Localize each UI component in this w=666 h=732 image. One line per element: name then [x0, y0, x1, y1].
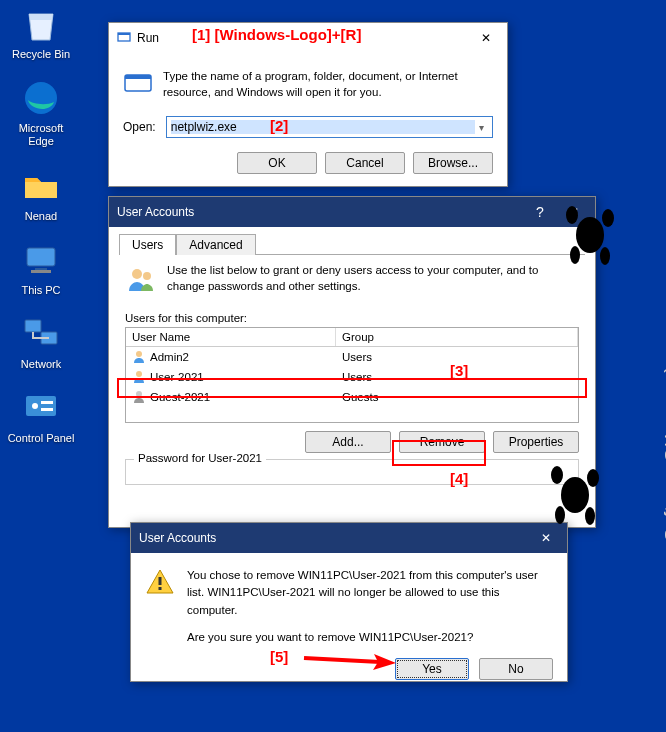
cell-group: Guests	[336, 389, 578, 405]
properties-button[interactable]: Properties	[493, 431, 579, 453]
svg-rect-4	[25, 320, 41, 332]
confirm-message: You chose to remove WIN11PC\User-2021 fr…	[187, 567, 553, 646]
cell-username: Guest-2021	[150, 391, 210, 403]
user-icon	[132, 389, 146, 405]
yes-button[interactable]: Yes	[395, 658, 469, 680]
help-icon[interactable]: ?	[523, 198, 557, 226]
svg-rect-19	[159, 577, 162, 585]
user-icon	[132, 349, 146, 365]
splat-icon	[545, 460, 605, 533]
list-row[interactable]: Guest-2021 Guests	[126, 387, 578, 407]
svg-point-0	[25, 82, 57, 114]
svg-rect-9	[41, 408, 53, 411]
run-titlebar: Run ✕	[109, 23, 507, 53]
folder-icon	[21, 166, 61, 206]
cell-group: Users	[336, 349, 578, 365]
desktop-icon-this-pc[interactable]: This PC	[6, 240, 76, 297]
desktop-icon-folder[interactable]: Nenad	[6, 166, 76, 223]
run-app-icon	[117, 30, 131, 47]
list-row[interactable]: Admin2 Users	[126, 347, 578, 367]
svg-point-7	[32, 403, 38, 409]
svg-rect-3	[31, 270, 51, 273]
svg-rect-13	[125, 75, 151, 79]
run-description: Type the name of a program, folder, docu…	[163, 69, 493, 102]
desktop-icon-label: Control Panel	[6, 432, 76, 445]
svg-point-14	[132, 269, 142, 279]
recycle-bin-icon	[21, 4, 61, 44]
svg-point-28	[551, 466, 563, 484]
svg-point-24	[602, 209, 614, 227]
control-panel-icon	[21, 388, 61, 428]
open-combobox[interactable]: ▾	[166, 116, 493, 138]
confirm-msg-1: You chose to remove WIN11PC\User-2021 fr…	[187, 567, 553, 619]
ok-button[interactable]: OK	[237, 152, 317, 174]
this-pc-icon	[21, 240, 61, 280]
svg-rect-1	[27, 248, 55, 266]
svg-point-31	[585, 507, 595, 525]
network-icon	[21, 314, 61, 354]
svg-point-27	[561, 477, 589, 513]
desktop-icon-label: Nenad	[6, 210, 76, 223]
desktop-icon-label: This PC	[6, 284, 76, 297]
cancel-button[interactable]: Cancel	[325, 152, 405, 174]
user-icon	[132, 369, 146, 385]
confirm-msg-2: Are you sure you want to remove WIN11PC\…	[187, 629, 553, 646]
tab-users[interactable]: Users	[119, 234, 176, 255]
remove-button[interactable]: Remove	[399, 431, 485, 453]
svg-point-23	[566, 206, 578, 224]
desktop-icon-label: Network	[6, 358, 76, 371]
edge-icon	[21, 78, 61, 118]
svg-point-18	[136, 391, 142, 397]
svg-rect-11	[118, 33, 130, 35]
confirm-title: User Accounts	[139, 531, 216, 545]
ua-tabs: Users Advanced	[119, 233, 585, 255]
desktop-icon-label: Microsoft Edge	[6, 122, 76, 147]
no-button[interactable]: No	[479, 658, 553, 680]
desktop-icon-control-panel[interactable]: Control Panel	[6, 388, 76, 445]
open-input[interactable]	[171, 120, 475, 134]
svg-point-16	[136, 351, 142, 357]
list-row[interactable]: User-2021 Users	[126, 367, 578, 387]
ua-title: User Accounts	[117, 205, 194, 219]
svg-point-25	[570, 246, 580, 264]
users-list-label: Users for this computer:	[125, 312, 579, 324]
ua-titlebar: User Accounts ? ✕	[109, 197, 595, 227]
svg-rect-20	[159, 587, 162, 590]
watermark-text: www.SoftwareOK.com :-)	[661, 366, 667, 589]
svg-point-22	[576, 217, 604, 253]
add-button[interactable]: Add...	[305, 431, 391, 453]
browse-button[interactable]: Browse...	[413, 152, 493, 174]
svg-rect-8	[41, 401, 53, 404]
col-group[interactable]: Group	[336, 328, 578, 346]
arrow-icon	[300, 648, 400, 677]
cell-username: User-2021	[150, 371, 204, 383]
svg-point-26	[600, 247, 610, 265]
svg-point-15	[143, 272, 151, 280]
chevron-down-icon[interactable]: ▾	[475, 122, 488, 133]
confirm-titlebar: User Accounts ✕	[131, 523, 567, 553]
tab-advanced[interactable]: Advanced	[176, 234, 255, 255]
run-dialog: Run ✕ Type the name of a program, folder…	[108, 22, 508, 187]
svg-point-17	[136, 371, 142, 377]
cell-username: Admin2	[150, 351, 189, 363]
list-header: User Name Group	[126, 328, 578, 347]
svg-point-29	[587, 469, 599, 487]
desktop-icon-network[interactable]: Network	[6, 314, 76, 371]
ua-description: Use the list below to grant or deny user…	[167, 263, 579, 302]
col-username[interactable]: User Name	[126, 328, 336, 346]
open-label: Open:	[123, 120, 156, 134]
close-icon[interactable]: ✕	[469, 24, 503, 52]
password-groupbox: Password for User-2021	[125, 459, 579, 485]
svg-rect-6	[26, 396, 56, 416]
password-group-label: Password for User-2021	[134, 452, 266, 464]
splat-icon	[560, 200, 620, 273]
cell-group: Users	[336, 369, 578, 385]
user-accounts-dialog: User Accounts ? ✕ Users Advanced Use the…	[108, 196, 596, 528]
run-title: Run	[137, 31, 159, 45]
desktop-icon-edge[interactable]: Microsoft Edge	[6, 78, 76, 147]
users-hero-icon	[125, 263, 159, 302]
svg-point-30	[555, 506, 565, 524]
desktop-icon-recycle-bin[interactable]: Recycle Bin	[6, 4, 76, 61]
desktop-icon-label: Recycle Bin	[6, 48, 76, 61]
users-list[interactable]: User Name Group Admin2 Users User-2021 U…	[125, 327, 579, 423]
